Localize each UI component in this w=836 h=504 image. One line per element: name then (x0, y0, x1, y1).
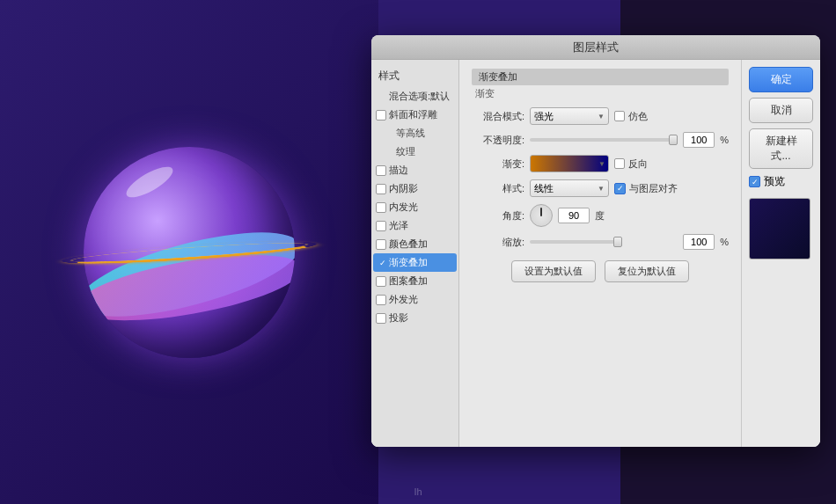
stroke-checkbox (376, 165, 386, 176)
gradient-row: 渐变: ▼ 反向 (472, 155, 729, 172)
drop-shadow-item[interactable]: 投影 (371, 309, 458, 327)
bevel-label: 斜面和浮雕 (389, 108, 437, 121)
angle-dial[interactable] (530, 204, 553, 227)
drop-shadow-label: 投影 (389, 311, 408, 325)
blend-mode-select[interactable]: 强光 ▼ (530, 107, 609, 125)
set-default-button[interactable]: 设置为默认值 (511, 260, 596, 282)
simulate-pressure-text: 仿色 (628, 110, 648, 123)
ok-button[interactable]: 确定 (749, 67, 813, 92)
scale-label: 缩放: (472, 236, 524, 249)
color-overlay-label: 颜色叠加 (389, 237, 428, 251)
gradient-picker[interactable]: ▼ (530, 155, 609, 172)
contour-item[interactable]: 等高线 (371, 124, 458, 142)
angle-unit: 度 (595, 209, 605, 223)
style-value: 线性 (534, 182, 554, 195)
reset-default-button[interactable]: 复位为默认值 (605, 260, 689, 282)
blend-mode-row: 混合模式: 强光 ▼ 仿色 (472, 107, 729, 125)
styles-header[interactable]: 样式 (371, 65, 458, 87)
style-label: 样式: (472, 182, 524, 195)
reverse-checkbox[interactable] (614, 158, 625, 169)
section-subtitle: 渐变 (472, 87, 729, 100)
outer-glow-item[interactable]: 外发光 (371, 290, 458, 309)
gradient-overlay-checkbox (378, 258, 388, 268)
color-overlay-checkbox (376, 239, 386, 250)
align-label[interactable]: 与图层对齐 (614, 182, 678, 195)
angle-row: 角度: 度 (472, 204, 729, 227)
gradient-overlay-label: 渐变叠加 (389, 256, 428, 269)
blend-mode-arrow: ▼ (598, 113, 605, 121)
align-checkbox[interactable] (614, 183, 626, 194)
cancel-button[interactable]: 取消 (749, 98, 813, 123)
angle-control: 度 (530, 204, 605, 227)
blend-options-label: 混合选项:默认 (389, 90, 450, 103)
scale-slider-thumb[interactable] (613, 237, 622, 247)
outer-glow-checkbox (376, 295, 386, 305)
background-left (0, 0, 378, 504)
blend-mode-label: 混合模式: (472, 110, 524, 123)
align-text: 与图层对齐 (629, 182, 678, 195)
dialog-title: 图层样式 (573, 40, 619, 55)
style-select[interactable]: 线性 ▼ (530, 179, 609, 197)
pattern-overlay-checkbox (376, 276, 386, 287)
simulate-pressure-checkbox[interactable] (614, 111, 625, 121)
stroke-label: 描边 (389, 164, 408, 177)
opacity-row: 不透明度: % (472, 132, 729, 148)
right-panel: 确定 取消 新建样式... 预览 (741, 60, 820, 447)
style-row: 样式: 线性 ▼ 与图层对齐 (472, 179, 729, 197)
blend-mode-value: 强光 (534, 110, 554, 123)
preview-box (749, 198, 810, 259)
simulate-pressure-label[interactable]: 仿色 (614, 110, 648, 123)
bottom-buttons: 设置为默认值 复位为默认值 (472, 260, 729, 282)
opacity-label: 不透明度: (472, 134, 524, 147)
opacity-slider-track[interactable] (530, 138, 678, 142)
reverse-text: 反向 (628, 157, 648, 171)
preview-checkbox[interactable] (749, 176, 760, 187)
section-title: 渐变叠加 (472, 69, 729, 85)
opacity-unit: % (720, 135, 729, 145)
bevel-emboss-item[interactable]: 斜面和浮雕 (371, 106, 458, 124)
layer-style-dialog: 图层样式 样式 混合选项:默认 斜面和浮雕 等高线 纹理 描边 (371, 35, 820, 447)
satin-item[interactable]: 光泽 (371, 216, 458, 235)
dialog-titlebar: 图层样式 (371, 35, 820, 60)
color-overlay-item[interactable]: 颜色叠加 (371, 235, 458, 253)
scale-input[interactable] (683, 234, 715, 250)
texture-item[interactable]: 纹理 (371, 142, 458, 161)
dialog-body: 样式 混合选项:默认 斜面和浮雕 等高线 纹理 描边 内阴影 (371, 60, 820, 447)
outer-glow-label: 外发光 (389, 293, 418, 306)
inner-shadow-checkbox (376, 184, 386, 194)
inner-glow-checkbox (376, 202, 386, 213)
watermark: Ih (414, 486, 422, 497)
drop-shadow-checkbox (376, 313, 386, 324)
reverse-label[interactable]: 反向 (614, 157, 648, 171)
pattern-overlay-label: 图案叠加 (389, 274, 428, 288)
gradient-label: 渐变: (472, 157, 524, 171)
inner-shadow-item[interactable]: 内阴影 (371, 179, 458, 198)
scale-row: 缩放: % (472, 234, 729, 250)
scale-unit: % (720, 237, 729, 247)
satin-checkbox (376, 221, 386, 231)
preview-label-row: 预览 (749, 174, 813, 189)
texture-label: 纹理 (396, 146, 415, 157)
preview-text: 预览 (764, 174, 785, 189)
gradient-overlay-item[interactable]: 渐变叠加 (373, 253, 457, 272)
angle-input[interactable] (558, 208, 590, 223)
styles-panel: 样式 混合选项:默认 斜面和浮雕 等高线 纹理 描边 内阴影 (371, 60, 459, 447)
inner-glow-item[interactable]: 内发光 (371, 198, 458, 216)
pattern-overlay-item[interactable]: 图案叠加 (371, 272, 458, 290)
angle-label: 角度: (472, 209, 524, 223)
main-content: 渐变叠加 渐变 混合模式: 强光 ▼ 仿色 不透明度: (459, 60, 741, 447)
style-arrow: ▼ (598, 185, 605, 193)
opacity-slider-container (530, 138, 678, 142)
scale-slider-container (530, 240, 678, 244)
opacity-slider-thumb[interactable] (669, 135, 678, 145)
blend-options-item[interactable]: 混合选项:默认 (371, 87, 458, 106)
scale-slider-track[interactable] (530, 240, 618, 244)
planet-highlight (122, 161, 177, 202)
gradient-arrow: ▼ (598, 160, 605, 168)
inner-glow-label: 内发光 (389, 201, 418, 214)
satin-label: 光泽 (389, 219, 408, 232)
stroke-item[interactable]: 描边 (371, 161, 458, 179)
opacity-input[interactable] (683, 132, 715, 148)
inner-shadow-label: 内阴影 (389, 182, 418, 195)
new-style-button[interactable]: 新建样式... (749, 128, 813, 169)
